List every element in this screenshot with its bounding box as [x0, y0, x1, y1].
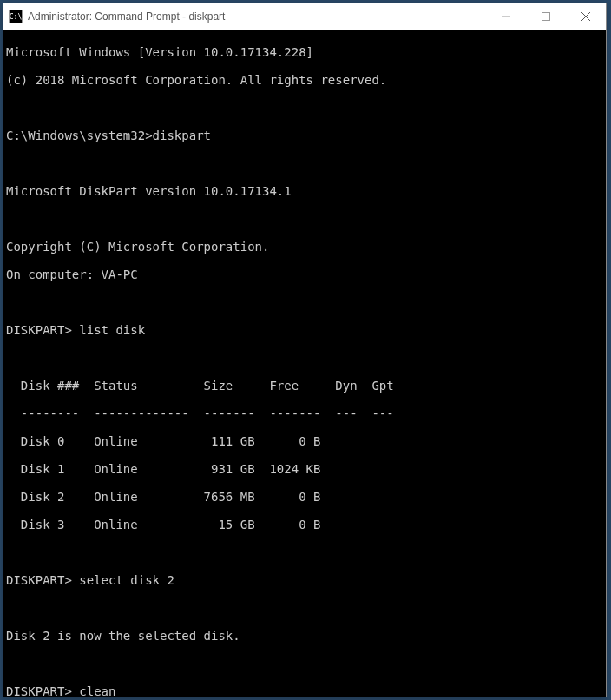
table-row: Disk 0 Online 111 GB 0 B [6, 434, 603, 448]
cmd-icon: C:\ [9, 10, 23, 23]
terminal-line [6, 601, 603, 615]
minimize-icon [502, 12, 510, 21]
terminal-line: DISKPART> clean [6, 684, 603, 697]
terminal-line [6, 156, 603, 170]
table-row: Disk 2 Online 7656 MB 0 B [6, 490, 603, 504]
terminal-line: DISKPART> list disk [6, 323, 603, 337]
terminal-line: On computer: VA-PC [6, 267, 603, 281]
titlebar[interactable]: C:\ Administrator: Command Prompt - disk… [3, 3, 606, 30]
terminal-line [6, 101, 603, 115]
window-controls [486, 3, 606, 30]
terminal-line [6, 295, 603, 309]
terminal-line: (c) 2018 Microsoft Corporation. All righ… [6, 73, 603, 87]
terminal-line [6, 545, 603, 559]
command-prompt-window: C:\ Administrator: Command Prompt - disk… [3, 3, 607, 697]
terminal-line: Copyright (C) Microsoft Corporation. [6, 240, 603, 254]
terminal-line: DISKPART> select disk 2 [6, 573, 603, 587]
table-row: Disk 1 Online 931 GB 1024 KB [6, 462, 603, 476]
terminal-line: Disk 2 is now the selected disk. [6, 629, 603, 643]
terminal-line [6, 351, 603, 365]
maximize-icon [542, 12, 550, 21]
window-title: Administrator: Command Prompt - diskpart [28, 10, 486, 23]
minimize-button[interactable] [486, 3, 526, 30]
close-button[interactable] [566, 3, 606, 30]
svg-rect-1 [542, 13, 550, 21]
maximize-button[interactable] [526, 3, 566, 30]
terminal-line [6, 657, 603, 670]
terminal-content[interactable]: Microsoft Windows [Version 10.0.17134.22… [3, 30, 606, 697]
table-divider: -------- ------------- ------- ------- -… [6, 406, 603, 420]
terminal-line [6, 212, 603, 226]
terminal-line: C:\Windows\system32>diskpart [6, 129, 603, 142]
table-header: Disk ### Status Size Free Dyn Gpt [6, 379, 603, 393]
close-icon [581, 12, 590, 21]
table-row: Disk 3 Online 15 GB 0 B [6, 518, 603, 532]
terminal-line: Microsoft DiskPart version 10.0.17134.1 [6, 184, 603, 198]
terminal-line: Microsoft Windows [Version 10.0.17134.22… [6, 45, 603, 59]
